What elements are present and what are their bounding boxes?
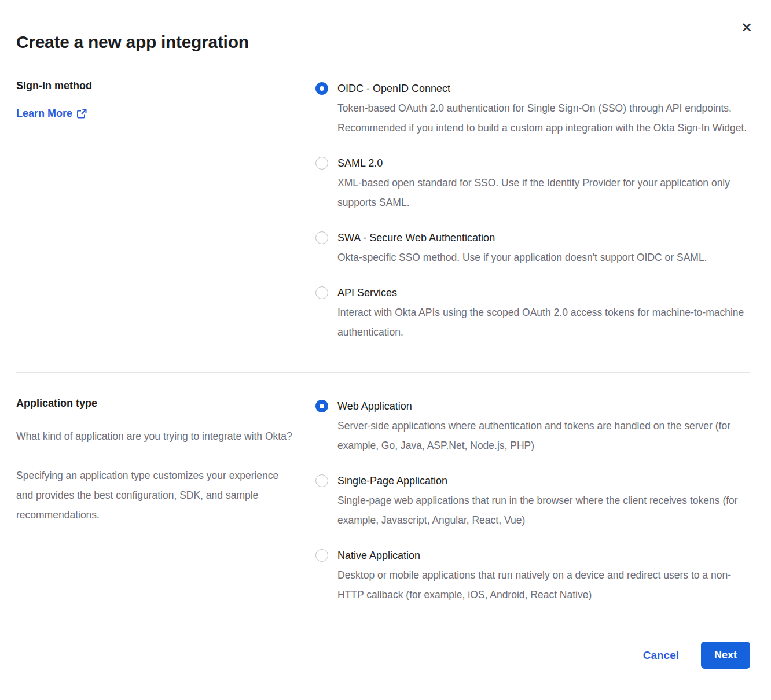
- radio-unselected-icon[interactable]: [315, 157, 328, 170]
- application-type-help-text: Specifying an application type customize…: [16, 466, 292, 525]
- signin-method-label: Sign-in method: [16, 79, 292, 93]
- option-label-web-application[interactable]: Web Application: [337, 396, 750, 416]
- radio-selected-icon[interactable]: [315, 400, 328, 412]
- radio-unselected-icon[interactable]: [315, 286, 328, 299]
- signin-method-left-column: Sign-in method Learn More: [16, 79, 315, 342]
- radio-option-api-services: API Services Interact with Okta APIs usi…: [315, 283, 750, 342]
- option-label-single-page-application[interactable]: Single-Page Application: [337, 471, 750, 491]
- option-label-saml[interactable]: SAML 2.0: [337, 153, 750, 173]
- cancel-button[interactable]: Cancel: [643, 649, 679, 662]
- modal-footer: Cancel Next: [16, 642, 750, 669]
- radio-option-web-application: Web Application Server-side applications…: [315, 396, 750, 455]
- signin-method-options: OIDC - OpenID Connect Token-based OAuth …: [315, 79, 750, 342]
- radio-unselected-icon[interactable]: [315, 549, 328, 562]
- option-label-native-application[interactable]: Native Application: [337, 546, 750, 565]
- modal-title: Create a new app integration: [16, 32, 750, 52]
- radio-selected-icon[interactable]: [315, 82, 328, 95]
- radio-unselected-icon[interactable]: [315, 474, 328, 487]
- option-label-oidc[interactable]: OIDC - OpenID Connect: [337, 79, 750, 98]
- option-description: Okta-specific SSO method. Use if your ap…: [337, 248, 707, 267]
- external-link-icon: [77, 109, 87, 119]
- create-app-integration-modal: ✕ Create a new app integration Sign-in m…: [0, 0, 771, 700]
- option-description: Token-based OAuth 2.0 authentication for…: [337, 98, 750, 138]
- radio-option-single-page-application: Single-Page Application Single-page web …: [315, 471, 750, 530]
- option-description: Desktop or mobile applications that run …: [337, 565, 750, 605]
- radio-option-swa: SWA - Secure Web Authentication Okta-spe…: [315, 228, 750, 267]
- option-description: Interact with Okta APIs using the scoped…: [337, 303, 750, 342]
- application-type-left-column: Application type What kind of applicatio…: [16, 396, 315, 605]
- signin-method-section: Sign-in method Learn More OIDC - OpenID …: [16, 79, 750, 342]
- radio-option-oidc: OIDC - OpenID Connect Token-based OAuth …: [315, 79, 750, 138]
- application-type-options: Web Application Server-side applications…: [315, 396, 750, 605]
- option-description: Single-page web applications that run in…: [337, 491, 750, 530]
- radio-unselected-icon[interactable]: [315, 231, 328, 244]
- radio-option-native-application: Native Application Desktop or mobile app…: [315, 546, 750, 605]
- close-button[interactable]: ✕: [741, 21, 752, 35]
- option-label-api-services[interactable]: API Services: [337, 283, 750, 303]
- option-label-swa[interactable]: SWA - Secure Web Authentication: [337, 228, 707, 248]
- application-type-question: What kind of application are you trying …: [16, 426, 292, 446]
- close-icon: ✕: [741, 20, 752, 36]
- learn-more-label: Learn More: [16, 108, 72, 120]
- application-type-section: Application type What kind of applicatio…: [16, 396, 750, 605]
- next-button[interactable]: Next: [701, 642, 750, 669]
- option-description: XML-based open standard for SSO. Use if …: [337, 173, 750, 212]
- option-description: Server-side applications where authentic…: [337, 416, 750, 455]
- section-divider: [16, 372, 750, 373]
- radio-option-saml: SAML 2.0 XML-based open standard for SSO…: [315, 153, 750, 212]
- application-type-label: Application type: [16, 396, 292, 410]
- learn-more-link[interactable]: Learn More: [16, 108, 87, 120]
